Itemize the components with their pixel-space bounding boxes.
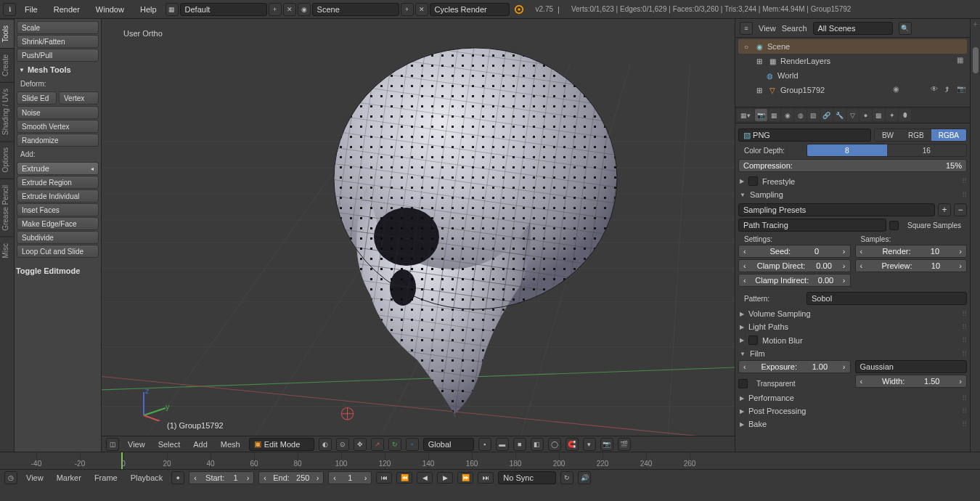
render-anim-icon[interactable]: 🎬 (618, 438, 631, 451)
tool-noise[interactable]: Noise (17, 106, 99, 119)
snap-icon[interactable]: 🧲 (565, 438, 579, 451)
vtab-tools[interactable]: Tools (0, 19, 14, 48)
scene-dropdown[interactable]: Scene (312, 3, 399, 16)
clamp-indirect-field[interactable]: ‹Clamp Indirect:0.00› (738, 274, 851, 287)
vtab-grease-pencil[interactable]: Grease Pencil (0, 179, 14, 237)
prop-tab-object[interactable]: ▨ (807, 109, 820, 121)
keyframe-next-icon[interactable]: ⏩ (457, 472, 473, 484)
tool-extrude-individual[interactable]: Extrude Individual (17, 190, 99, 203)
toggle-editmode-header[interactable]: ▼Toggle Editmode (15, 264, 99, 278)
tl-menu-frame[interactable]: Frame (90, 472, 122, 484)
tl-menu-marker[interactable]: Marker (52, 472, 86, 484)
panel-post-processing[interactable]: ▶Post Processing⠿ (738, 404, 967, 418)
exposure-field[interactable]: ‹Exposure:1.00› (738, 360, 851, 373)
prop-tab-physics[interactable]: ⬮ (899, 109, 911, 121)
sampling-presets-dropdown[interactable]: Sampling Presets (738, 203, 935, 216)
integrator-dropdown[interactable]: Path Tracing (738, 219, 886, 232)
scene-del-icon[interactable]: ✕ (415, 3, 428, 16)
outliner-row-renderlayers[interactable]: ⊞▦RenderLayers▦ (738, 54, 967, 68)
face-select-icon[interactable]: ■ (513, 438, 526, 451)
tool-make-edge-face[interactable]: Make Edge/Face (17, 217, 99, 230)
menu-window[interactable]: Window (89, 2, 131, 17)
prop-tab-render[interactable]: 📷 (755, 109, 767, 121)
tool-slide-edge[interactable]: Slide Ed (17, 91, 57, 105)
jump-start-icon[interactable]: ⏮ (376, 472, 392, 484)
panel-sampling[interactable]: ▼Sampling⠿ (738, 188, 967, 201)
play-reverse-icon[interactable]: ◀ (417, 472, 433, 484)
keyframe-prev-icon[interactable]: ⏪ (396, 472, 412, 484)
panel-bake[interactable]: ▶Bake⠿ (738, 418, 967, 431)
jump-end-icon[interactable]: ⏭ (478, 472, 494, 484)
panel-freestyle[interactable]: ▶Freestyle⠿ (738, 174, 967, 188)
viewport-shading-icon[interactable]: ◐ (319, 438, 332, 451)
vp-menu-mesh[interactable]: Mesh (216, 439, 245, 450)
orientation-dropdown[interactable]: Global (423, 438, 474, 451)
prop-tab-material[interactable]: ● (859, 109, 872, 121)
square-samples-checkbox[interactable] (889, 221, 899, 230)
scale-manipulator-icon[interactable]: ▫ (406, 438, 419, 451)
prop-editor-icon[interactable]: ▦▾ (737, 109, 754, 121)
transparent-checkbox[interactable] (738, 379, 748, 388)
mode-dropdown[interactable]: ▣Edit Mode (249, 438, 314, 451)
vtab-options[interactable]: Options (0, 141, 14, 178)
render-samples-field[interactable]: ‹Render:10› (855, 245, 968, 258)
tool-slide-vertex[interactable]: Vertex (59, 91, 99, 105)
vtab-create[interactable]: Create (0, 48, 14, 82)
manipulator-icon[interactable]: ✥ (354, 438, 367, 451)
outliner-row-world[interactable]: ◍World (738, 68, 967, 83)
outliner-menu-view[interactable]: View (759, 24, 776, 33)
filter-width-field[interactable]: ‹Width:1.50› (855, 375, 968, 388)
prop-tab-texture[interactable]: ▩ (873, 109, 885, 121)
prop-tab-particles[interactable]: ✦ (886, 109, 898, 121)
timeline-editor-icon[interactable]: ◷ (4, 471, 17, 484)
auto-keyframe-icon[interactable]: ● (171, 471, 184, 484)
tool-extrude-region[interactable]: Extrude Region (17, 176, 99, 189)
end-frame-field[interactable]: ‹End:250› (258, 471, 324, 484)
tool-inset-faces[interactable]: Inset Faces (17, 203, 99, 216)
editor-type-icon[interactable]: ◫ (106, 438, 119, 451)
vtab-misc[interactable]: Misc (0, 237, 14, 264)
prop-edit-icon[interactable]: ◯ (548, 438, 561, 451)
preset-add-icon[interactable]: + (938, 203, 951, 216)
menu-file[interactable]: File (17, 2, 45, 17)
outliner-row-scene[interactable]: ○◉Scene (738, 39, 967, 54)
outliner-menu-search[interactable]: Search (782, 24, 807, 33)
prop-tab-constraints[interactable]: 🔗 (820, 109, 833, 121)
sync-mode-dropdown[interactable]: No Sync (498, 471, 556, 484)
tl-menu-view[interactable]: View (22, 472, 48, 484)
tool-shrink-fatten[interactable]: Shrink/Fatten (17, 35, 99, 48)
preview-samples-field[interactable]: ‹Preview:10› (855, 259, 968, 272)
render-preview-icon[interactable]: 📷 (600, 438, 613, 451)
prop-tab-world[interactable]: ◍ (794, 109, 807, 121)
occlude-icon[interactable]: ◧ (531, 438, 544, 451)
tool-push-pull[interactable]: Push/Pull (17, 49, 99, 62)
outliner-filter-dropdown[interactable]: All Scenes (813, 22, 893, 35)
right-scrollbar[interactable]: + (970, 19, 980, 452)
clamp-direct-field[interactable]: ‹Clamp Direct:0.00› (738, 259, 851, 272)
menu-render[interactable]: Render (46, 2, 87, 17)
tool-extrude[interactable]: Extrude◂ (17, 162, 99, 175)
tool-randomize[interactable]: Randomize (17, 134, 99, 147)
translate-manipulator-icon[interactable]: ↗ (371, 438, 384, 451)
vtab-shading-uvs[interactable]: Shading / UVs (0, 82, 14, 141)
play-icon[interactable]: ▶ (437, 472, 453, 484)
speaker-icon[interactable]: 🔊 (578, 471, 591, 484)
color-mode-segment[interactable]: BW RGB RGBA (874, 129, 967, 142)
loop-icon[interactable]: ↻ (560, 471, 573, 484)
layout-dropdown[interactable]: Default (180, 3, 267, 16)
tool-loop-cut[interactable]: Loop Cut and Slide (17, 245, 99, 258)
timeline-ruler[interactable]: -40-200204060801001201401601802002202402… (0, 452, 980, 470)
info-editor-icon[interactable]: ℹ (3, 3, 16, 16)
mesh-tools-header[interactable]: ▼Mesh Tools (16, 62, 99, 77)
menu-help[interactable]: Help (133, 2, 164, 17)
output-format-dropdown[interactable]: ▧ PNG (738, 129, 871, 142)
preset-remove-icon[interactable]: − (954, 203, 967, 216)
scene-add-icon[interactable]: + (401, 3, 414, 16)
snap-target-icon[interactable]: ▾ (583, 438, 596, 451)
panel-volume-sampling[interactable]: ▶Volume Sampling⠿ (738, 307, 967, 320)
tool-smooth-vertex[interactable]: Smooth Vertex (17, 120, 99, 133)
seed-field[interactable]: ‹Seed:0› (738, 245, 851, 258)
rotate-manipulator-icon[interactable]: ↻ (388, 438, 401, 451)
tl-menu-playback[interactable]: Playback (126, 472, 168, 484)
current-frame-field[interactable]: ‹1› (328, 471, 372, 484)
